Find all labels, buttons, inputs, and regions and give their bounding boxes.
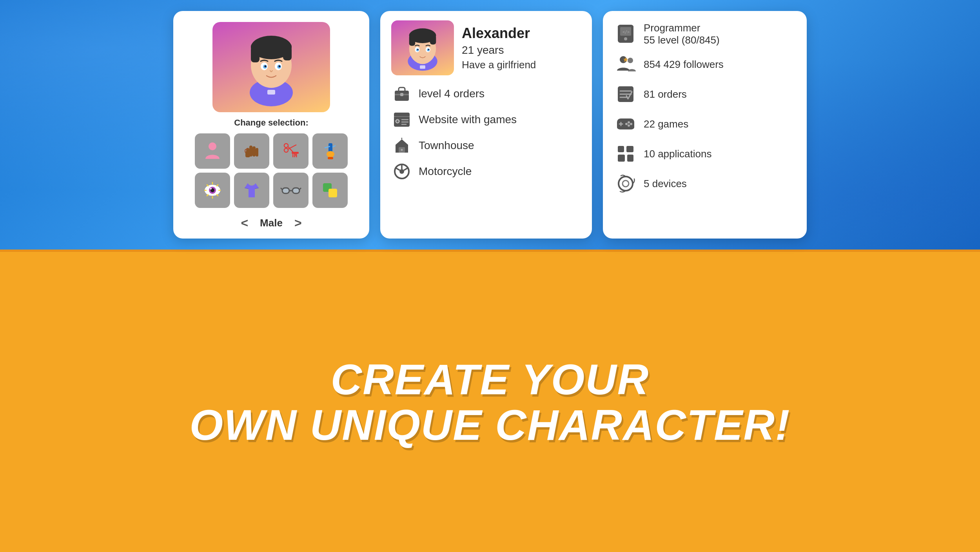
bottom-section: CREATE YOUR OWN UNIQUE CHARACTER! bbox=[0, 250, 980, 552]
stat-text-orders: 81 orders bbox=[644, 88, 687, 100]
svg-point-60 bbox=[409, 29, 436, 41]
svg-rect-103 bbox=[618, 155, 625, 162]
svg-point-36 bbox=[210, 188, 212, 189]
glasses-icon-cell[interactable] bbox=[273, 173, 309, 208]
svg-point-99 bbox=[628, 124, 630, 127]
gender-label: Male bbox=[260, 217, 283, 229]
svg-rect-17 bbox=[252, 146, 256, 157]
scissors-icon-cell[interactable] bbox=[273, 133, 309, 169]
svg-point-29 bbox=[327, 151, 334, 157]
info-row-townhouse: Townhouse bbox=[391, 135, 581, 156]
steering-wheel-icon bbox=[391, 161, 412, 182]
svg-point-6 bbox=[251, 38, 292, 55]
stat-text-applications: 10 applications bbox=[644, 148, 711, 160]
svg-rect-19 bbox=[245, 151, 250, 157]
stats-card: </> Programmer55 level (80/845) 854 4 bbox=[603, 11, 807, 239]
info-text-website: Website with games bbox=[419, 113, 517, 126]
top-section: Change selection: bbox=[0, 0, 980, 250]
orders-icon bbox=[614, 82, 637, 106]
stat-row-programmer: </> Programmer55 level (80/845) bbox=[614, 22, 796, 46]
svg-rect-104 bbox=[627, 155, 633, 162]
svg-rect-26 bbox=[294, 154, 296, 157]
svg-point-97 bbox=[628, 121, 630, 124]
svg-point-105 bbox=[619, 177, 633, 191]
shirt-icon-cell[interactable] bbox=[234, 173, 269, 208]
stat-text-followers: 854 429 followers bbox=[644, 58, 724, 71]
character-header: Alexander 21 years Have a girlfriend bbox=[391, 20, 536, 75]
info-list: level 4 orders Website wit bbox=[391, 83, 581, 182]
svg-point-21 bbox=[284, 148, 288, 152]
svg-rect-30 bbox=[328, 157, 333, 159]
stat-text-games: 22 games bbox=[644, 118, 688, 130]
games-icon bbox=[614, 112, 637, 136]
svg-point-11 bbox=[265, 66, 267, 67]
svg-line-32 bbox=[332, 146, 336, 147]
svg-point-80 bbox=[401, 149, 403, 151]
svg-rect-48 bbox=[292, 188, 299, 193]
svg-rect-101 bbox=[618, 146, 624, 152]
stats-list: </> Programmer55 level (80/845) 854 4 bbox=[614, 22, 796, 195]
svg-point-100 bbox=[625, 123, 628, 125]
devices-icon bbox=[614, 172, 637, 195]
applications-icon bbox=[614, 142, 637, 166]
brush-icon-cell[interactable] bbox=[312, 133, 348, 169]
svg-point-98 bbox=[630, 123, 632, 125]
followers-icon bbox=[614, 53, 637, 76]
svg-line-43 bbox=[207, 195, 208, 196]
character-avatar-small bbox=[391, 20, 454, 75]
cta-line2: OWN UNIQUE CHARACTER! bbox=[189, 401, 790, 449]
svg-line-44 bbox=[217, 195, 218, 196]
character-relationship: Have a girlfriend bbox=[462, 59, 536, 71]
svg-point-66 bbox=[428, 49, 429, 50]
svg-point-82 bbox=[399, 169, 404, 174]
svg-point-90 bbox=[628, 58, 633, 63]
svg-line-51 bbox=[299, 188, 301, 189]
character-avatar bbox=[212, 22, 330, 112]
stat-row-followers: 854 429 followers bbox=[614, 53, 796, 76]
customization-icon-grid bbox=[195, 133, 348, 208]
svg-point-14 bbox=[209, 142, 216, 150]
info-row-orders: level 4 orders bbox=[391, 83, 581, 104]
svg-text:</>: </> bbox=[622, 30, 630, 34]
info-row-website: Website with games bbox=[391, 109, 581, 130]
svg-rect-67 bbox=[420, 66, 425, 69]
svg-rect-47 bbox=[282, 188, 289, 193]
stat-row-orders: 81 orders bbox=[614, 82, 796, 106]
svg-rect-53 bbox=[328, 189, 337, 197]
character-age: 21 years bbox=[462, 44, 536, 56]
character-customization-card: Change selection: bbox=[173, 11, 369, 239]
info-row-motorcycle: Motorcycle bbox=[391, 161, 581, 182]
eye-icon-cell[interactable] bbox=[195, 173, 230, 208]
svg-line-41 bbox=[207, 185, 208, 186]
info-text-motorcycle: Motorcycle bbox=[419, 165, 472, 178]
svg-point-65 bbox=[417, 49, 418, 50]
info-text-orders: level 4 orders bbox=[419, 87, 485, 100]
character-info-text: Alexander 21 years Have a girlfriend bbox=[462, 25, 536, 71]
svg-rect-102 bbox=[626, 146, 633, 152]
hand-icon-cell[interactable] bbox=[234, 133, 269, 169]
svg-rect-13 bbox=[267, 90, 275, 95]
stat-text-devices: 5 devices bbox=[644, 178, 687, 190]
svg-point-12 bbox=[279, 66, 281, 67]
svg-point-106 bbox=[622, 180, 629, 187]
svg-rect-25 bbox=[292, 154, 294, 157]
gender-nav: < Male > bbox=[241, 216, 301, 230]
character-info-card: Alexander 21 years Have a girlfriend lev… bbox=[380, 11, 592, 239]
money-list-icon bbox=[391, 109, 412, 130]
house-icon bbox=[391, 135, 412, 156]
gender-prev-arrow[interactable]: < bbox=[241, 216, 248, 230]
color-icon-cell[interactable] bbox=[312, 173, 348, 208]
svg-line-84 bbox=[396, 168, 400, 170]
stat-row-devices: 5 devices bbox=[614, 172, 796, 195]
gender-next-arrow[interactable]: > bbox=[294, 216, 302, 230]
cta-text: CREATE YOUR OWN UNIQUE CHARACTER! bbox=[189, 357, 790, 447]
stat-row-games: 22 games bbox=[614, 112, 796, 136]
stat-row-applications: 10 applications bbox=[614, 142, 796, 166]
person-icon-cell[interactable] bbox=[195, 133, 230, 169]
cta-line1: CREATE YOUR bbox=[331, 355, 649, 403]
svg-rect-70 bbox=[400, 93, 403, 96]
stat-text-programmer: Programmer55 level (80/845) bbox=[644, 22, 720, 46]
briefcase-icon bbox=[391, 83, 412, 104]
svg-rect-27 bbox=[296, 154, 297, 157]
svg-line-85 bbox=[404, 168, 408, 170]
